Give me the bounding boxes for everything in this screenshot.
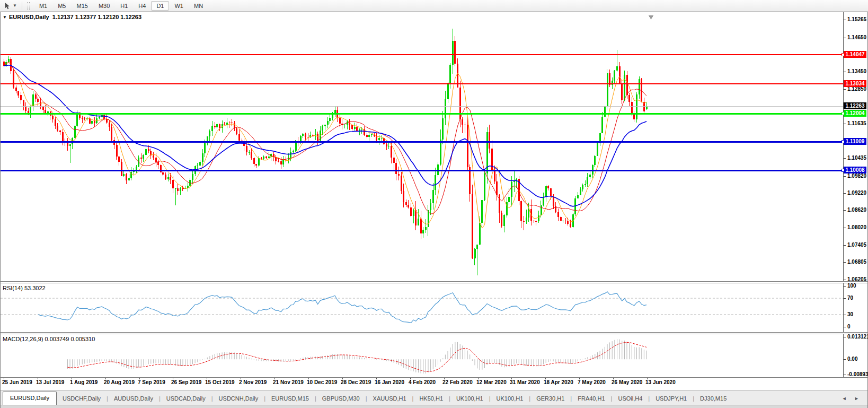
date-tick-label: 4 Feb 2020 bbox=[409, 379, 436, 385]
date-tick-label: 7 Sep 2019 bbox=[138, 379, 165, 385]
rsi-tick-label: 0 bbox=[844, 324, 851, 330]
chart-tab-fra40-h1[interactable]: FRA40,H1 bbox=[572, 393, 610, 405]
price-tag: 1.10008 bbox=[844, 167, 866, 173]
timeframe-button-m1[interactable]: M1 bbox=[34, 1, 52, 11]
date-tick-label: 16 Jan 2020 bbox=[375, 379, 404, 385]
cursor-tool-dropdown-icon[interactable]: ▼ bbox=[13, 3, 17, 8]
chart-dropdown-icon[interactable]: ▼ bbox=[3, 15, 7, 20]
date-axis[interactable]: 25 Jun 201913 Jul 20191 Aug 201920 Aug 2… bbox=[1, 378, 867, 390]
price-tick-label: 1.08620 bbox=[844, 207, 866, 213]
chart-tab-uk100-h1[interactable]: UK100,H1 bbox=[450, 393, 489, 405]
date-tick-label: 22 Feb 2020 bbox=[442, 379, 473, 385]
date-tick-label: 13 Jun 2020 bbox=[645, 379, 676, 385]
date-tick-label: 26 Sep 2019 bbox=[171, 379, 201, 385]
chart-symbol: EURUSD,Daily bbox=[9, 14, 49, 20]
price-tag: 1.13034 bbox=[844, 80, 866, 87]
chart-tab-usdcad-daily[interactable]: USDCAD,Daily bbox=[161, 393, 211, 405]
price-tick-label: 1.13450 bbox=[844, 68, 866, 75]
date-tick-label: 15 Oct 2019 bbox=[205, 379, 235, 385]
timeframe-button-d1[interactable]: D1 bbox=[151, 1, 169, 11]
rsi-axis[interactable]: 10070300 bbox=[843, 283, 867, 332]
chart-tab-xauusd-h1[interactable]: XAUUSD,H1 bbox=[367, 393, 412, 405]
date-tick-label: 13 Jul 2019 bbox=[36, 379, 64, 385]
date-tick-label: 28 Dec 2019 bbox=[341, 379, 371, 385]
price-tag: 1.12004 bbox=[844, 110, 866, 117]
price-tick-label: 1.10435 bbox=[844, 155, 866, 161]
date-tick-label: 21 Nov 2019 bbox=[273, 379, 304, 385]
chart-tab-ger30-h1[interactable]: GER30,H1 bbox=[530, 393, 570, 405]
date-tick-label: 2 Nov 2019 bbox=[239, 379, 267, 385]
cursor-tool-icon[interactable] bbox=[3, 2, 12, 10]
date-tick-label: 1 Aug 2019 bbox=[70, 379, 98, 385]
chart-tab-uk100-h1[interactable]: UK100,H1 bbox=[491, 393, 529, 405]
price-tick-label: 1.07405 bbox=[844, 242, 866, 248]
timeframe-button-w1[interactable]: W1 bbox=[169, 1, 189, 11]
mt4-terminal: { "toolbar": { "timeframes": ["M1","M5",… bbox=[0, 0, 868, 408]
macd-label: MACD(12,26,9) 0.003749 0.005310 bbox=[3, 336, 95, 342]
timeframe-button-mn[interactable]: MN bbox=[189, 1, 208, 11]
toolbar-separator bbox=[22, 2, 22, 10]
rsi-tick-label: 100 bbox=[844, 283, 856, 289]
price-tick-label: 1.15265 bbox=[844, 16, 866, 23]
rsi-tick-label: 30 bbox=[844, 311, 853, 318]
price-axis[interactable]: 1.152651.146501.134501.128501.116351.104… bbox=[843, 12, 867, 281]
date-tick-label: 31 Mar 2020 bbox=[510, 379, 540, 385]
date-tick-label: 10 Dec 2019 bbox=[307, 379, 337, 385]
rsi-label: RSI(14) 53.3022 bbox=[3, 285, 46, 291]
price-tag: 1.14047 bbox=[844, 51, 866, 58]
price-tick-label: 1.11635 bbox=[844, 120, 866, 127]
chart-tab-usoil-h4[interactable]: USOil,H4 bbox=[612, 393, 648, 405]
chart-tab-usdjpy-h1[interactable]: USDJPY,H1 bbox=[650, 393, 693, 405]
chart-tabs-bar: EURUSD,DailyUSDCHF,Daily|AUDUSD,Daily|US… bbox=[1, 390, 867, 405]
timeframe-button-h1[interactable]: H1 bbox=[115, 1, 133, 11]
bottom-strip bbox=[1, 405, 867, 408]
price-panel: 1.152651.146501.134501.128501.116351.104… bbox=[1, 12, 867, 282]
chart-window: 1.152651.146501.134501.128501.116351.104… bbox=[0, 12, 868, 408]
chart-tab-dj30-m15[interactable]: DJ30,M15 bbox=[694, 393, 732, 405]
chart-tab-hk50-h1[interactable]: HK50,H1 bbox=[413, 393, 449, 405]
timeframe-button-h4[interactable]: H4 bbox=[133, 1, 151, 11]
chart-tab-eurusd-daily[interactable]: EURUSD,Daily bbox=[3, 392, 57, 405]
chart-tab-usdchf-daily[interactable]: USDCHF,Daily bbox=[57, 393, 107, 405]
macd-plot[interactable] bbox=[1, 334, 844, 377]
price-chart-plot[interactable] bbox=[1, 12, 844, 281]
date-tick-label: 20 Aug 2019 bbox=[104, 379, 135, 385]
timeframe-toolbar: ▼ M1M5M15M30H1H4D1W1MN bbox=[0, 0, 868, 12]
date-tick-label: 26 May 2020 bbox=[612, 379, 642, 385]
date-tick-label: 25 Jun 2019 bbox=[2, 379, 32, 385]
chart-tab-usdcnh-daily[interactable]: USDCNH,Daily bbox=[213, 393, 264, 405]
tab-scroll-arrows[interactable]: ◄ ► bbox=[842, 396, 862, 401]
price-tick-label: 1.14650 bbox=[844, 34, 866, 41]
timeframe-button-m30[interactable]: M30 bbox=[93, 1, 115, 11]
price-tick-label: 1.06805 bbox=[844, 259, 866, 265]
chart-title: ▼EURUSD,Daily 1.12137 1.12377 1.12120 1.… bbox=[3, 14, 141, 20]
chart-ohlc-quotes: 1.12137 1.12377 1.12120 1.12263 bbox=[52, 14, 141, 20]
chart-shift-marker bbox=[649, 15, 653, 20]
rsi-tick-label: 70 bbox=[844, 295, 853, 301]
price-tick-label: 1.09820 bbox=[844, 173, 866, 179]
chart-tab-audusd-daily[interactable]: AUDUSD,Daily bbox=[108, 393, 159, 405]
date-tick-label: 7 May 2020 bbox=[578, 379, 606, 385]
rsi-plot[interactable] bbox=[1, 283, 844, 332]
price-tag: 1.11009 bbox=[844, 138, 866, 145]
rsi-panel: 10070300 RSI(14) 53.3022 bbox=[1, 283, 867, 333]
macd-tick-label: 0.013121 bbox=[844, 334, 868, 340]
price-tag: 1.12263 bbox=[844, 102, 866, 109]
macd-axis[interactable]: 0.0131210.00-0.008931 bbox=[843, 334, 867, 377]
macd-panel: 0.0131210.00-0.008931 MACD(12,26,9) 0.00… bbox=[1, 334, 867, 378]
date-tick-label: 18 Apr 2020 bbox=[544, 379, 573, 385]
timeframe-button-m5[interactable]: M5 bbox=[52, 1, 71, 11]
macd-tick-label: -0.008931 bbox=[844, 371, 868, 378]
date-tick-label: 12 Mar 2020 bbox=[476, 379, 507, 385]
price-tick-label: 1.09220 bbox=[844, 190, 866, 196]
toolbar-grip[interactable] bbox=[27, 2, 30, 10]
chart-tab-eurusd-m15[interactable]: EURUSD,M15 bbox=[265, 393, 315, 405]
timeframe-button-m15[interactable]: M15 bbox=[71, 1, 93, 11]
chart-tab-gbpusd-m30[interactable]: GBPUSD,M30 bbox=[316, 393, 366, 405]
macd-tick-label: 0.00 bbox=[844, 356, 857, 362]
price-tick-label: 1.08020 bbox=[844, 224, 866, 231]
price-tick-label: 1.06205 bbox=[844, 276, 866, 283]
